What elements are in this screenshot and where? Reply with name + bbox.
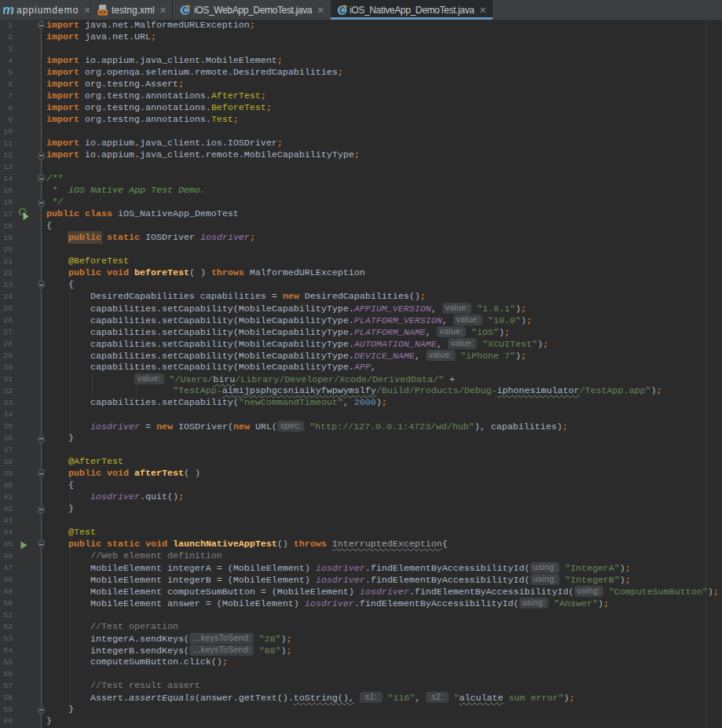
svg-text:<>: <> [99, 9, 106, 16]
svg-text:m: m [3, 4, 14, 17]
